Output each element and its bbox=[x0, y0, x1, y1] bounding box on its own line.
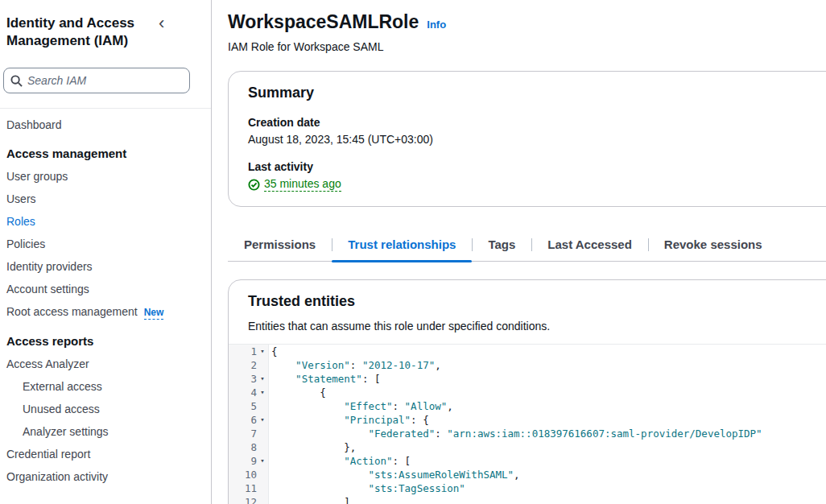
line-number-gutter: 10 bbox=[229, 468, 269, 481]
sidebar-section-access-management: Access management bbox=[0, 143, 211, 165]
sidebar-item-label: Roles bbox=[6, 215, 35, 228]
last-activity-label: Last activity bbox=[248, 160, 826, 173]
sidebar-search[interactable] bbox=[3, 68, 190, 93]
line-number: 11 bbox=[245, 481, 257, 495]
sidebar-item-label: Organization activity bbox=[6, 470, 108, 483]
line-number: 7 bbox=[250, 427, 257, 440]
sidebar-item-label: Policies bbox=[6, 238, 45, 250]
code-line: 10 "sts:AssumeRoleWithSAML", bbox=[229, 468, 826, 481]
code-text: "Principal": { bbox=[269, 413, 429, 427]
sidebar-item-policies[interactable]: Policies bbox=[0, 233, 211, 255]
sidebar-item-user-groups[interactable]: User groups bbox=[0, 165, 211, 188]
check-circle-icon bbox=[248, 179, 260, 191]
fold-toggle-icon[interactable]: ▾ bbox=[257, 372, 268, 386]
main-content: WorkspaceSAMLRole Info IAM Role for Work… bbox=[212, 0, 826, 504]
trusted-entities-card: Trusted entities Entities that can assum… bbox=[228, 279, 826, 504]
line-number: 9 bbox=[250, 454, 257, 468]
sidebar-item-label: Users bbox=[6, 192, 36, 205]
line-number-gutter: 4▾ bbox=[229, 386, 269, 399]
sidebar-nav: DashboardAccess managementUser groupsUse… bbox=[0, 114, 211, 488]
sidebar-item-dashboard[interactable]: Dashboard bbox=[0, 114, 211, 136]
sidebar-item-users[interactable]: Users bbox=[0, 188, 211, 210]
fold-toggle-icon[interactable]: ▾ bbox=[257, 413, 268, 427]
code-text: "sts:AssumeRoleWithSAML", bbox=[269, 468, 520, 481]
search-input[interactable] bbox=[27, 74, 183, 87]
sidebar-item-root-access-management[interactable]: Root access managementNew bbox=[0, 300, 211, 324]
line-number: 12 bbox=[245, 495, 257, 504]
sidebar-item-label: Access reports bbox=[6, 334, 93, 348]
line-number: 1 bbox=[250, 345, 257, 358]
sidebar-divider bbox=[0, 108, 211, 109]
code-text: "Action": [ bbox=[269, 454, 411, 468]
code-text: "Version": "2012-10-17", bbox=[269, 358, 441, 372]
creation-date-label: Creation date bbox=[248, 116, 826, 129]
sidebar-item-label: External access bbox=[23, 380, 102, 393]
code-text: { bbox=[269, 386, 326, 399]
fold-toggle-icon[interactable]: ▾ bbox=[257, 454, 268, 468]
code-line: 8 }, bbox=[229, 440, 826, 454]
tabs: PermissionsTrust relationshipsTagsLast A… bbox=[228, 231, 826, 262]
sidebar-item-label: Unused access bbox=[23, 403, 100, 415]
code-line: 7 "Federated": "arn:aws:iam::01839761660… bbox=[229, 427, 826, 440]
sidebar-item-label: Access management bbox=[6, 147, 126, 160]
sidebar-item-unused-access[interactable]: Unused access bbox=[0, 398, 211, 420]
fold-toggle-icon[interactable]: ▾ bbox=[257, 386, 268, 399]
sidebar-title: Identity and Access Management (IAM) bbox=[6, 14, 155, 50]
page-header: WorkspaceSAMLRole Info bbox=[228, 11, 826, 33]
line-number-gutter: 11 bbox=[229, 481, 269, 495]
sidebar-header: Identity and Access Management (IAM) ‹ bbox=[0, 14, 211, 50]
code-line: 9▾ "Action": [ bbox=[229, 454, 826, 468]
sidebar-item-external-access[interactable]: External access bbox=[0, 375, 211, 398]
sidebar-item-account-settings[interactable]: Account settings bbox=[0, 278, 211, 300]
code-line: 11 "sts:TagSession" bbox=[229, 481, 826, 495]
line-number: 3 bbox=[250, 372, 257, 386]
trusted-entities-description: Entities that can assume this role under… bbox=[248, 320, 826, 333]
line-number-gutter: 9▾ bbox=[229, 454, 269, 468]
code-text: "Effect": "Allow", bbox=[269, 399, 453, 413]
tab-tags[interactable]: Tags bbox=[472, 231, 531, 261]
sidebar-item-identity-providers[interactable]: Identity providers bbox=[0, 255, 211, 278]
summary-heading: Summary bbox=[248, 85, 826, 101]
sidebar-item-label: Identity providers bbox=[6, 260, 93, 273]
code-text: "Federated": "arn:aws:iam::018397616607:… bbox=[269, 427, 762, 440]
last-activity-status: 35 minutes ago bbox=[248, 177, 826, 192]
line-number: 4 bbox=[250, 386, 257, 399]
tab-permissions[interactable]: Permissions bbox=[228, 231, 332, 261]
sidebar-collapse-icon[interactable]: ‹ bbox=[155, 14, 167, 32]
code-line: 1▾{ bbox=[229, 345, 826, 358]
last-activity-value: 35 minutes ago bbox=[264, 177, 341, 192]
fold-toggle-icon[interactable]: ▾ bbox=[257, 345, 268, 358]
page-subtitle: IAM Role for Workspace SAML bbox=[228, 40, 826, 53]
line-number: 8 bbox=[250, 440, 257, 454]
policy-document-editor[interactable]: 1▾{2 "Version": "2012-10-17",3▾ "Stateme… bbox=[229, 344, 826, 504]
sidebar-item-organization-activity[interactable]: Organization activity bbox=[0, 465, 211, 488]
line-number: 10 bbox=[245, 468, 257, 481]
code-text: "Statement": [ bbox=[269, 372, 380, 386]
sidebar-item-roles[interactable]: Roles bbox=[0, 210, 211, 233]
line-number: 6 bbox=[250, 413, 257, 427]
info-link[interactable]: Info bbox=[427, 19, 446, 31]
tab-revoke-sessions[interactable]: Revoke sessions bbox=[648, 231, 779, 261]
sidebar-item-label: User groups bbox=[6, 170, 68, 183]
iam-console: Identity and Access Management (IAM) ‹ D… bbox=[0, 0, 826, 504]
code-text: "sts:TagSession" bbox=[269, 481, 465, 495]
line-number-gutter: 3▾ bbox=[229, 372, 269, 386]
sidebar-item-credential-report[interactable]: Credential report bbox=[0, 443, 211, 465]
line-number-gutter: 8 bbox=[229, 440, 269, 454]
line-number-gutter: 2 bbox=[229, 358, 269, 372]
line-number-gutter: 1▾ bbox=[229, 345, 269, 358]
sidebar-item-analyzer-settings[interactable]: Analyzer settings bbox=[0, 420, 211, 443]
summary-card: Summary Creation date August 18, 2023, 1… bbox=[228, 71, 826, 207]
tab-last-accessed[interactable]: Last Accessed bbox=[531, 231, 648, 261]
tab-trust-relationships[interactable]: Trust relationships bbox=[332, 231, 472, 261]
sidebar-item-label: Account settings bbox=[6, 283, 89, 295]
line-number-gutter: 12 bbox=[229, 495, 269, 504]
sidebar-item-label: Dashboard bbox=[6, 118, 62, 131]
code-text: ], bbox=[269, 495, 356, 504]
sidebar-item-label: Root access management bbox=[6, 305, 138, 318]
sidebar-item-access-analyzer[interactable]: Access Analyzer bbox=[0, 353, 211, 375]
code-line: 5 "Effect": "Allow", bbox=[229, 399, 826, 413]
sidebar-item-label: Credential report bbox=[6, 448, 90, 461]
code-text: }, bbox=[269, 440, 356, 454]
sidebar: Identity and Access Management (IAM) ‹ D… bbox=[0, 0, 212, 504]
